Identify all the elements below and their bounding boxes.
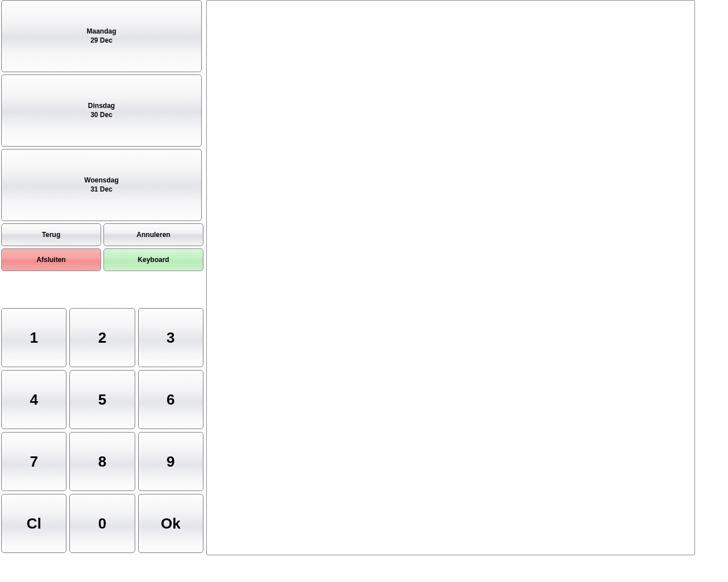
keypad-1[interactable]: 1	[1, 308, 66, 367]
numeric-keypad: 1 2 3 4 5 6 7 8 9 Cl 0 Ok	[1, 308, 203, 553]
keypad-0[interactable]: 0	[69, 494, 135, 553]
keypad-8[interactable]: 8	[69, 432, 135, 491]
keyboard-button[interactable]: Keyboard	[103, 248, 203, 271]
close-button[interactable]: Afsluiten	[1, 248, 101, 271]
keypad-7[interactable]: 7	[1, 432, 66, 491]
keypad-9[interactable]: 9	[138, 432, 203, 491]
keypad-ok[interactable]: Ok	[138, 494, 203, 553]
action-row-2: Afsluiten Keyboard	[1, 248, 203, 271]
back-button[interactable]: Terug	[1, 223, 101, 246]
keypad-4[interactable]: 4	[1, 370, 66, 429]
day-date: 29 Dec	[90, 36, 113, 45]
day-button-tuesday[interactable]: Dinsdag 30 Dec	[1, 74, 202, 147]
cancel-button[interactable]: Annuleren	[103, 223, 203, 246]
content-panel	[206, 0, 695, 555]
day-name: Maandag	[86, 27, 116, 36]
keypad-clear[interactable]: Cl	[1, 494, 66, 553]
day-name: Woensdag	[84, 176, 118, 185]
day-button-monday[interactable]: Maandag 29 Dec	[1, 0, 202, 72]
keypad-2[interactable]: 2	[69, 308, 135, 367]
day-name: Dinsdag	[88, 102, 115, 111]
day-button-wednesday[interactable]: Woensdag 31 Dec	[1, 149, 202, 221]
keypad-5[interactable]: 5	[69, 370, 135, 429]
keypad-6[interactable]: 6	[138, 370, 203, 429]
action-row-1: Terug Annuleren	[1, 223, 203, 246]
day-date: 30 Dec	[90, 111, 113, 120]
keypad-3[interactable]: 3	[138, 308, 203, 367]
day-date: 31 Dec	[90, 185, 113, 194]
